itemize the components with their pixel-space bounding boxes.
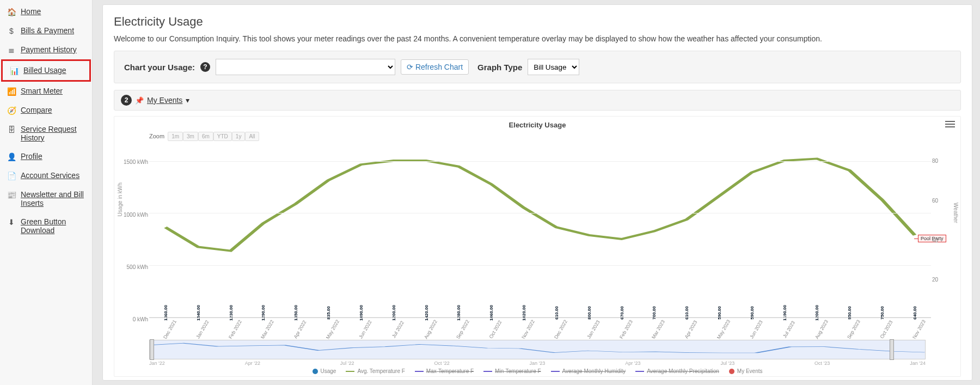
bar-value-label: 1200.00 [391, 305, 396, 321]
sidebar-item-profile[interactable]: 👤 Profile [0, 147, 92, 166]
sidebar-item-label: Bills & Payment [21, 26, 74, 35]
chart-navigator[interactable] [149, 340, 926, 359]
sidebar-item-green-button[interactable]: ⬇ Green Button Download [0, 212, 92, 240]
bar-value-label: 590.00 [749, 306, 754, 319]
sidebar-item-billed-usage[interactable]: 📊 Billed Usage [1, 59, 91, 82]
usage-select[interactable] [216, 59, 395, 75]
legend-label: Average Monthly Humidity [562, 368, 626, 374]
bar-value-label: 1420.00 [424, 305, 428, 321]
sidebar-item-label: Service Request History [21, 125, 85, 142]
sidebar-item-label: Account Services [21, 171, 79, 180]
bar-value-label: 750.00 [880, 306, 885, 319]
legend-swatch-icon [346, 371, 354, 372]
y2-tick: 20 [932, 277, 938, 283]
chart-legend: UsageAvg. Temperature FMax-Temperature F… [122, 368, 953, 374]
plot-area: 1360.001540.001230.001290.001350.00835.0… [149, 141, 931, 318]
navigator-tick: Jan '24 [910, 360, 926, 366]
chart-body: Usage in kWh 0 kWh500 kWh1000 kWh1500 kW… [122, 141, 953, 319]
legend-label: Usage [321, 368, 336, 374]
news-icon: 📰 [7, 191, 16, 199]
zoom-button-all[interactable]: All [245, 132, 259, 141]
navigator-tick: Apr '23 [625, 360, 640, 366]
sidebar-item-newsletter[interactable]: 📰 Newsletter and Bill Inserts [0, 185, 92, 212]
bar-chart-icon: 📊 [9, 66, 19, 75]
sidebar-item-smart-meter[interactable]: 📶 Smart Meter [0, 82, 92, 101]
zoom-button-6m[interactable]: 6m [198, 132, 213, 141]
legend-swatch-icon [483, 371, 492, 372]
navigator-handle-left[interactable] [150, 339, 154, 360]
refresh-icon: ⟳ [407, 63, 413, 71]
events-count-badge: 2 [121, 95, 132, 106]
sidebar-item-compare[interactable]: 🧭 Compare [0, 101, 92, 120]
navigator-tick: Jan '22 [149, 360, 165, 366]
gauge-icon: 🧭 [7, 106, 16, 115]
y-tick: 0 kWh [133, 316, 148, 322]
bar-value-label: 1540.00 [195, 305, 200, 321]
graph-type-select[interactable]: Bill Usage [528, 59, 579, 75]
chart-card: Electricity Usage Zoom 1m3m6mYTD1yAll Us… [114, 116, 961, 377]
bar-value-label: 1230.00 [228, 305, 233, 321]
sidebar-item-account-services[interactable]: 📄 Account Services [0, 166, 92, 185]
zoom-button-1m[interactable]: 1m [168, 132, 183, 141]
navigator-tick: Jul '22 [340, 360, 354, 366]
legend-swatch-icon [551, 371, 560, 372]
sidebar-item-label: Profile [21, 152, 42, 161]
navigator-tick: Jan '23 [530, 360, 546, 366]
my-events-bar[interactable]: 2 📌 My Events ▾ [114, 90, 961, 111]
sidebar-item-home[interactable]: 🏠 Home [0, 2, 92, 21]
bar-value-label: 1290.00 [261, 305, 266, 321]
archive-icon: 🗄 [7, 125, 16, 134]
legend-swatch-icon [313, 369, 318, 374]
signal-icon: 📶 [7, 87, 16, 96]
bar-value-label: 1280.00 [456, 305, 461, 321]
bar-value-label: 640.00 [912, 306, 917, 319]
sidebar-item-bills[interactable]: $ Bills & Payment [0, 21, 92, 40]
sidebar-item-payment-history[interactable]: ≣ Payment History [0, 40, 92, 59]
sidebar-item-service-request[interactable]: 🗄 Service Request History [0, 120, 92, 147]
zoom-button-ytd[interactable]: YTD [213, 132, 232, 141]
bar-value-label: 700.00 [652, 306, 657, 319]
sidebar-item-label: Billed Usage [23, 66, 66, 75]
y-tick: 1500 kWh [124, 159, 148, 165]
bar-value-label: 800.00 [586, 306, 591, 319]
refresh-chart-button[interactable]: ⟳ Refresh Chart [401, 59, 469, 75]
legend-label: My Events [737, 368, 763, 374]
y2-tick: 60 [932, 198, 938, 204]
legend-item[interactable]: Avg. Temperature F [346, 368, 405, 374]
list-icon: ≣ [7, 46, 16, 54]
chart-usage-label: Chart your Usage: [124, 63, 195, 72]
navigator-tick: Oct '23 [814, 360, 830, 366]
y-axis-left: Usage in kWh 0 kWh500 kWh1000 kWh1500 kW… [122, 141, 149, 319]
legend-swatch-icon [635, 371, 644, 372]
bar-value-label: 1060.00 [489, 305, 494, 321]
my-events-link[interactable]: My Events [147, 96, 182, 105]
legend-item[interactable]: Max-Temperature F [415, 368, 474, 374]
download-icon: ⬇ [7, 218, 16, 227]
page-description: Welcome to our Consumption Inquiry. This… [114, 34, 961, 43]
zoom-button-3m[interactable]: 3m [183, 132, 198, 141]
navigator-tick: Oct '22 [434, 360, 449, 366]
bar-value-label: 1360.00 [163, 305, 168, 321]
help-icon[interactable]: ? [200, 62, 210, 72]
bar-value-label: 835.00 [326, 306, 331, 319]
user-icon: 👤 [7, 152, 16, 161]
main-content: Electricity Usage Welcome to our Consump… [93, 0, 980, 385]
legend-item[interactable]: Average Monthly Humidity [551, 368, 626, 374]
y-axis-right-label: Weather [953, 203, 959, 223]
y-tick: 500 kWh [127, 264, 148, 270]
legend-swatch-icon [415, 371, 424, 372]
page-title: Electricity Usage [114, 15, 961, 29]
legend-item[interactable]: Min-Temperature F [483, 368, 541, 374]
legend-item[interactable]: Usage [313, 368, 336, 374]
bar-value-label: 1090.00 [358, 305, 363, 321]
legend-item[interactable]: My Events [729, 368, 763, 374]
legend-item[interactable]: Average Monthly Precipitation [635, 368, 719, 374]
bar-value-label: 610.00 [554, 306, 559, 319]
zoom-label: Zoom [149, 133, 164, 139]
legend-label: Min-Temperature F [495, 368, 541, 374]
chart-menu-button[interactable] [945, 121, 955, 127]
legend-label: Average Monthly Precipitation [647, 368, 719, 374]
navigator-handle-right[interactable] [890, 339, 894, 360]
zoom-button-1y[interactable]: 1y [232, 132, 246, 141]
legend-label: Avg. Temperature F [357, 368, 405, 374]
